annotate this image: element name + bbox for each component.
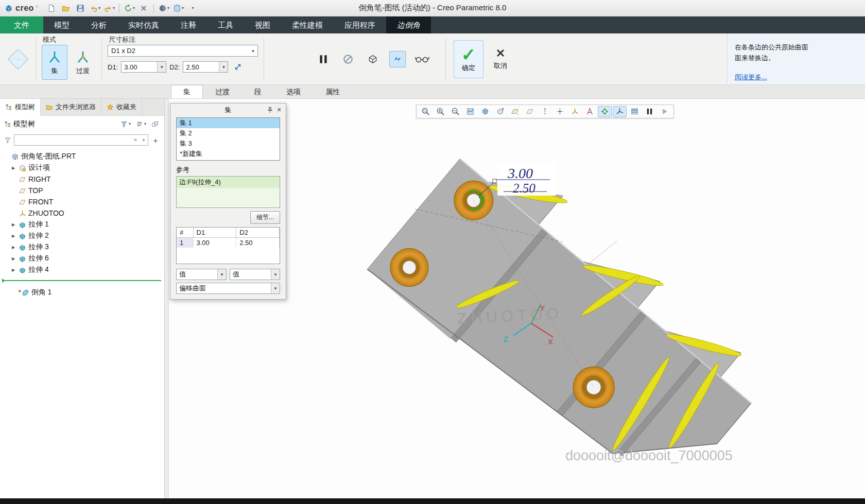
set-item[interactable]: 集 2: [177, 128, 280, 138]
dim-d1-text[interactable]: 3.00: [507, 165, 533, 181]
tree-item-extrude-4[interactable]: ▶拉伸 4: [0, 264, 164, 275]
chevron-down-icon[interactable]: ▾: [271, 269, 280, 280]
chevron-down-icon[interactable]: ▾: [98, 6, 100, 10]
tree-item-part-root[interactable]: 倒角笔-图纸.PRT: [0, 151, 164, 162]
tree-item-chamfer-1[interactable]: *倒角 1: [0, 287, 164, 298]
chevron-down-icon[interactable]: ▾: [133, 6, 135, 10]
tree-item-extrude-3[interactable]: ▶拉伸 3: [0, 241, 164, 253]
ribbon-tab-flexible-modeling[interactable]: 柔性建模: [281, 16, 334, 33]
display-style-button[interactable]: [478, 106, 492, 117]
point-display-button[interactable]: [553, 106, 567, 117]
tree-item-extrude-6[interactable]: ▶拉伸 6: [0, 253, 164, 264]
set-item[interactable]: 集 1: [177, 118, 280, 128]
add-filter-button[interactable]: +: [151, 136, 160, 145]
panel-tab-folder-browser[interactable]: 文件夹浏览器: [41, 99, 101, 115]
dim-d2-text[interactable]: 2.50: [513, 181, 535, 195]
chevron-down-icon[interactable]: ▾: [113, 6, 115, 10]
ribbon-tab-tools[interactable]: 工具: [207, 16, 244, 33]
pin-icon[interactable]: [265, 106, 274, 115]
swap-dimensions-button[interactable]: [231, 60, 245, 74]
offset-surface-select[interactable]: 偏移曲面 ▾: [176, 283, 280, 294]
panel-splitter[interactable]: [165, 99, 169, 498]
expand-arrow-icon[interactable]: ▶: [10, 166, 16, 170]
dashboard-tab-transitions[interactable]: 过渡: [203, 85, 242, 98]
ribbon-tab-model[interactable]: 模型: [43, 16, 80, 33]
dashboard-tab-pieces[interactable]: 段: [242, 85, 274, 98]
appearance-gallery-button[interactable]: ▾: [157, 2, 170, 14]
tree-item-right-plane[interactable]: RIGHT: [0, 173, 164, 185]
ribbon-tab-analysis[interactable]: 分析: [80, 16, 117, 33]
mode-set-button[interactable]: 集: [42, 45, 67, 80]
view-manager-button[interactable]: [628, 106, 642, 117]
tree-columns-button[interactable]: [150, 118, 160, 130]
close-icon[interactable]: ✕: [274, 106, 284, 115]
search-dropdown-icon[interactable]: ▾: [140, 137, 148, 143]
cancel-button[interactable]: ✕ 取消: [489, 40, 512, 78]
tree-filter-button[interactable]: ▾: [119, 118, 132, 130]
read-more-link[interactable]: 阅读更多...: [735, 72, 767, 82]
tree-search-input[interactable]: [14, 136, 131, 144]
axis-display-button[interactable]: [538, 106, 552, 117]
resume-button[interactable]: [658, 106, 671, 117]
tree-item-extrude-2[interactable]: ▶拉伸 2: [0, 230, 164, 241]
ribbon-tab-file[interactable]: 文件: [0, 16, 43, 33]
pause-button[interactable]: [643, 106, 656, 117]
chevron-down-icon[interactable]: ▾: [271, 283, 280, 293]
zoom-in-button[interactable]: [434, 106, 447, 117]
clear-search-icon[interactable]: ✕: [131, 137, 140, 143]
dashboard-tab-sets[interactable]: 集: [171, 85, 203, 98]
reference-collector[interactable]: 边:F9(拉伸_4): [176, 176, 280, 208]
d2-input[interactable]: 2.50 ▾: [183, 61, 228, 73]
dimension-scheme-select[interactable]: D1 x D2 ▾: [108, 45, 258, 57]
ribbon-tab-edge-chamfer[interactable]: 边倒角: [386, 16, 431, 33]
new-file-button[interactable]: [45, 2, 58, 14]
feature-preview-button[interactable]: [389, 51, 406, 67]
repaint-button[interactable]: [463, 106, 477, 117]
chevron-down-icon[interactable]: ▾: [157, 62, 166, 72]
saved-orientations-button[interactable]: [493, 106, 507, 117]
ribbon-tab-applications[interactable]: 应用程序: [334, 16, 386, 33]
ok-button[interactable]: ✓ 确定: [454, 40, 483, 78]
tree-item-top-plane[interactable]: TOP: [0, 185, 164, 196]
annotation-display-button[interactable]: [583, 106, 597, 117]
expand-arrow-icon[interactable]: ▶: [10, 234, 16, 238]
no-preview-button[interactable]: [340, 51, 356, 67]
zoom-refit-button[interactable]: [419, 106, 432, 117]
datum-display-button[interactable]: [508, 106, 522, 117]
reference-item[interactable]: 边:F9(拉伸_4): [177, 177, 280, 188]
ribbon-tab-live-simulation[interactable]: 实时仿真: [117, 16, 170, 33]
expand-arrow-icon[interactable]: ▶: [10, 256, 16, 261]
spin-center-button[interactable]: [598, 106, 612, 117]
chevron-down-icon[interactable]: ▾: [182, 6, 184, 10]
set-item[interactable]: *新建集: [177, 149, 280, 159]
chevron-down-icon[interactable]: ▾: [167, 6, 169, 10]
d2-value-type-select[interactable]: 值 ▾: [230, 269, 280, 280]
verify-button[interactable]: [365, 51, 381, 67]
mode-transition-button[interactable]: 过渡: [70, 45, 96, 80]
close-window-button[interactable]: [137, 2, 150, 14]
chevron-down-icon[interactable]: ▾: [249, 48, 257, 54]
view-feature-button[interactable]: [414, 51, 430, 67]
dashboard-tab-properties[interactable]: 属性: [313, 85, 352, 98]
save-button[interactable]: [74, 2, 87, 14]
regenerate-button[interactable]: ▾: [123, 2, 136, 14]
tree-settings-button[interactable]: ▾: [134, 118, 148, 130]
d1-value-type-select[interactable]: 值 ▾: [176, 269, 227, 280]
customize-toolbar-button[interactable]: ▾: [186, 2, 199, 14]
tree-item-front-plane[interactable]: FRONT: [0, 196, 164, 207]
chevron-down-icon[interactable]: ▾: [192, 6, 194, 10]
sets-panel-header[interactable]: 集 ✕: [170, 103, 286, 116]
d1-input[interactable]: 3.00 ▾: [121, 61, 166, 73]
panel-tab-model-tree[interactable]: 模型树: [0, 99, 41, 116]
chevron-down-icon[interactable]: ▾: [217, 269, 226, 280]
expand-arrow-icon[interactable]: ▶: [10, 222, 16, 227]
ribbon-tab-view[interactable]: 视图: [244, 16, 281, 33]
table-row[interactable]: 13.002.50: [177, 238, 280, 248]
tree-item-extrude-1[interactable]: ▶拉伸 1: [0, 219, 164, 230]
open-file-button[interactable]: [59, 2, 73, 14]
dashboard-tab-options[interactable]: 选项: [274, 85, 313, 98]
panel-tab-favorites[interactable]: 收藏夹: [101, 99, 142, 115]
set-item[interactable]: 集 3: [177, 138, 280, 149]
insert-indicator[interactable]: [3, 280, 161, 281]
zoom-out-button[interactable]: [448, 106, 462, 117]
